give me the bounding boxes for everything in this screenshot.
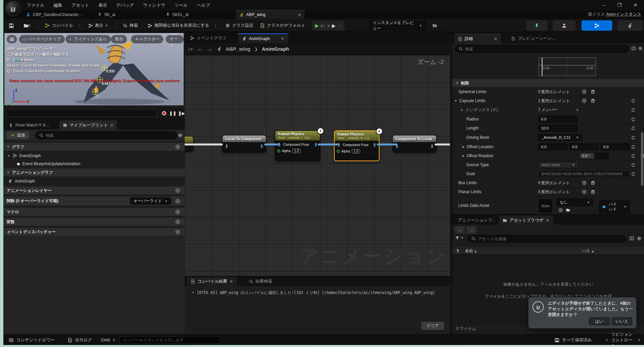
details-view-options-icon[interactable] [631, 46, 636, 51]
reset-icon[interactable] [631, 145, 635, 149]
forward-icon[interactable]: → [207, 46, 213, 52]
tab-animation-blueprint[interactable]: アニメーションブ... [454, 216, 499, 225]
tab-find-results[interactable]: 結果検索 [245, 277, 276, 286]
reset-icon[interactable] [631, 135, 635, 140]
tab-close-icon[interactable]: ✕ [494, 36, 497, 41]
back-icon[interactable]: ← [455, 226, 465, 234]
tab-my-blueprint[interactable]: マイブループリント ✕ [59, 120, 117, 130]
reset-icon[interactable] [631, 108, 635, 112]
breadcrumb-animgraph[interactable]: AnimGraph [262, 46, 289, 52]
find-button[interactable]: 検索 [120, 21, 141, 30]
timeline-scrubber[interactable] [6, 109, 157, 117]
bind-dropdown[interactable]: バインド ▼ [599, 201, 630, 213]
details-search[interactable] [455, 45, 629, 53]
console-command-box[interactable] [120, 336, 220, 344]
content-drawer-button[interactable]: コンテンツドロワー [5, 335, 58, 345]
pose-pin-out-icon[interactable] [260, 144, 264, 148]
save-button[interactable] [6, 21, 17, 30]
cmd-dropdown[interactable]: Cmd ▼ [98, 335, 119, 345]
preview-viewport[interactable]: 0.333 0.667 1 Z X Y ◇パースペクティブ ◐ライティングあり … [4, 33, 184, 106]
section-animation-graphs[interactable]: ▼ アニメーショングラフ [3, 168, 185, 177]
add-dispatcher-icon[interactable] [175, 230, 180, 234]
asset-search-input[interactable] [478, 237, 622, 241]
section-animation-layers[interactable]: アニメーションレイヤー [3, 187, 185, 195]
bookmark-icon[interactable]: ▯▼ [188, 47, 193, 51]
trash-icon[interactable] [591, 89, 595, 94]
node-component-to-local[interactable]: Component To Local [392, 135, 437, 152]
offset-location-z[interactable]: 0.0 [600, 143, 630, 150]
asset-type-column-icon[interactable] [456, 249, 460, 253]
reset-icon[interactable] [631, 154, 635, 158]
compile-options-kebab-icon[interactable]: ⋮ [74, 21, 84, 30]
tab-skel-ai[interactable]: SKEL_ai [162, 10, 206, 19]
reset-icon[interactable] [631, 99, 635, 103]
offset-rotation-x[interactable]: 0.0 ° [582, 154, 590, 158]
offset-location-y[interactable]: 0.0 [569, 143, 599, 150]
dialog-yes-button[interactable]: はい [589, 317, 610, 325]
my-blueprint-search[interactable] [35, 131, 177, 139]
settings-columns-icon[interactable] [629, 236, 634, 241]
menu-edit[interactable]: 編集 [50, 0, 66, 11]
tab-sk-ai[interactable]: SK_ai [94, 10, 138, 19]
step-frame-icon[interactable]: ▶| [321, 23, 325, 28]
caret-right-icon[interactable]: ▶ [462, 154, 465, 157]
revision-control-button[interactable]: リビジョンコントロール ▼ [603, 335, 644, 345]
mode-animation-button[interactable] [618, 20, 642, 31]
asset-search[interactable] [468, 235, 626, 243]
details-scrollbar[interactable] [641, 132, 643, 186]
add-function-icon[interactable] [175, 199, 180, 204]
radius-input[interactable]: 5.0 [538, 116, 578, 122]
minimize-button[interactable]: – [596, 0, 611, 10]
all-saved-button[interactable]: すべて保存済み [551, 335, 595, 345]
tab-compiler-results[interactable]: コンパイル結果 ✕ [187, 277, 237, 286]
viewport-show-pill[interactable]: 表示 [111, 35, 127, 43]
diff-button[interactable]: 差分 ▼ [86, 21, 111, 30]
preview-browse-icon[interactable] [430, 21, 440, 30]
menu-window[interactable]: ウィンドウ [139, 0, 169, 11]
item-animgraph[interactable]: AnimGraph [3, 177, 185, 185]
class-settings-button[interactable]: クラス設定 [222, 21, 256, 30]
node-local-to-component[interactable]: Local To Component [222, 135, 266, 152]
menu-help[interactable]: ヘルプ [193, 0, 214, 11]
add-element-icon[interactable] [582, 190, 587, 194]
chevron-down-icon[interactable]: ▼ [576, 108, 579, 112]
menu-view[interactable]: 表示 [94, 0, 111, 11]
menu-file[interactable]: ファイル [23, 0, 48, 11]
tab-close-icon[interactable]: ✕ [281, 36, 284, 41]
gear-icon[interactable] [178, 133, 183, 138]
tab-close-icon[interactable]: ✕ [229, 279, 233, 284]
output-log-button[interactable]: 出力ログ [64, 335, 96, 345]
details-search-input[interactable] [465, 47, 625, 51]
tab-animgraph[interactable]: AnimGraph ✕ [238, 33, 288, 43]
mode-blueprint-button[interactable] [582, 20, 612, 31]
add-layer-icon[interactable] [175, 188, 180, 193]
mode-skeleton-button[interactable] [526, 20, 547, 31]
menu-tools[interactable]: ツール [170, 0, 192, 11]
browse-icon[interactable] [566, 208, 570, 212]
caret-right-icon[interactable]: ▶ [462, 145, 465, 148]
driving-bone-dropdown[interactable]: _AmiceB_R_C11 ▼ [538, 134, 582, 141]
item-event-blueprintupdateanimation[interactable]: ◆ Event BlueprintUpdateAnimation [3, 160, 185, 167]
maximize-button[interactable]: ❐ [612, 0, 627, 10]
my-blueprint-search-input[interactable] [46, 133, 173, 138]
alpha-pin-icon[interactable] [277, 149, 280, 152]
viewport-lit-pill[interactable]: ◐ライティングあり [65, 35, 111, 43]
breadcrumb-abp-wing[interactable]: ABP_wing [226, 46, 251, 52]
viewport-character-pill[interactable]: キャラクター [131, 35, 163, 43]
back-icon[interactable]: ← [197, 46, 203, 52]
reset-icon[interactable] [631, 163, 635, 167]
reset-icon[interactable] [631, 126, 635, 130]
hide-unrelated-button[interactable]: 無関係な項目を非表示にする [145, 21, 212, 30]
dialog-no-button[interactable]: いいえ [612, 317, 632, 325]
asset-thumbnail-none[interactable]: None [538, 199, 553, 213]
tab-preview-scene[interactable]: プレビューシーン... [507, 34, 559, 43]
section-event-dispatchers[interactable]: イベントディスパッチャー [3, 228, 185, 236]
clear-button[interactable]: クリア [421, 321, 445, 330]
viewport-lod-pill[interactable]: LOD オート [166, 35, 184, 43]
alpha-value[interactable]: 1.0 [292, 149, 301, 153]
item-eventgraph[interactable]: ▼ EventGraph [3, 152, 185, 159]
add-graph-icon[interactable] [175, 144, 180, 149]
column-name[interactable]: 名前 ▲ [465, 248, 477, 254]
graph-canvas[interactable]: ズーム -2 アニメーション se Local To Component [185, 55, 450, 276]
reset-icon[interactable] [631, 172, 635, 176]
